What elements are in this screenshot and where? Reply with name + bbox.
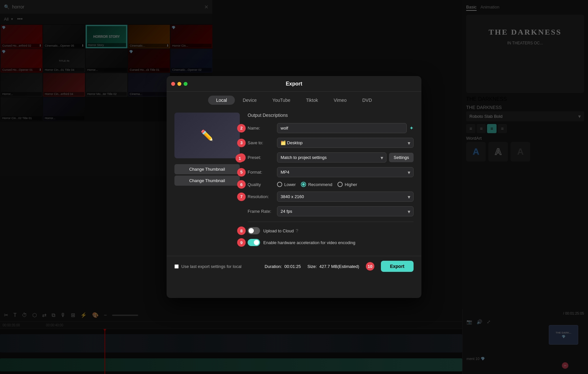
toggle-knob-on (254, 240, 259, 245)
save-to-row: 3 Save to: 🗂️ Desktop (248, 138, 414, 148)
modal-tabs: Local Device YouTube Tiktok Vimeo DVD (167, 92, 421, 107)
quality-label: Quality (248, 182, 277, 187)
output-section-title: Output Descriptions (248, 113, 414, 118)
modal-header: Export (167, 76, 421, 92)
tab-local[interactable]: Local (208, 96, 235, 105)
step-badge-9: 9 (237, 238, 246, 247)
modal-backdrop: Export Local Device YouTube Tiktok Vimeo… (0, 0, 588, 374)
duration-value: 00:01:25 (284, 264, 301, 269)
settings-button[interactable]: Settings (389, 153, 414, 162)
step-badge-3: 3 (237, 139, 246, 147)
frame-rate-label: Frame Rate: (248, 209, 277, 214)
save-to-label: Save to: (248, 140, 277, 145)
duration-label: Duration: (265, 264, 282, 269)
tab-dvd[interactable]: DVD (354, 96, 380, 105)
upload-cloud-toggle[interactable] (248, 227, 260, 234)
ai-icon[interactable]: ✦ (409, 125, 414, 131)
resolution-label: Resolution: (248, 194, 277, 199)
last-export-checkbox[interactable] (174, 264, 179, 269)
hardware-accel-label: Enable hardware acceleration for video e… (263, 240, 355, 245)
frame-rate-row: Frame Rate: 24 fps (248, 206, 414, 216)
step-badge-2: 2 (237, 124, 246, 132)
size-label: Size: (307, 264, 317, 269)
quality-higher-radio[interactable] (337, 182, 343, 187)
format-select[interactable]: MP4 (277, 167, 414, 177)
save-to-wrapper: 🗂️ Desktop (277, 138, 414, 148)
quality-recommend-radio[interactable] (301, 182, 306, 187)
frame-rate-wrapper: 24 fps (277, 206, 414, 216)
preset-row: 4 Preset: Match to project settings Sett… (248, 152, 414, 163)
resolution-wrapper: 3840 x 2160 (277, 192, 414, 202)
duration-stat: Duration: 00:01:25 (265, 264, 301, 269)
change-thumbnail-btn[interactable]: Change Thumbnail (174, 176, 240, 186)
format-label: Format: (248, 170, 277, 175)
format-wrapper: MP4 (277, 167, 414, 177)
frame-rate-select[interactable]: 24 fps (277, 206, 414, 216)
export-button[interactable]: Export (381, 261, 414, 272)
preset-wrapper: Match to project settings (277, 152, 386, 163)
change-thumbnail-button[interactable]: Change Thumbnail (174, 164, 240, 174)
upload-cloud-label: Upload to Cloud (263, 228, 294, 233)
step-badge-5: 5 (237, 168, 246, 177)
tab-device[interactable]: Device (235, 96, 265, 105)
last-export-label[interactable]: Use last export settings for local (181, 264, 241, 269)
quality-recommend-label: Recommend (308, 182, 332, 187)
name-row: 2 Name: ✦ (248, 123, 414, 133)
divider (248, 222, 414, 222)
tab-vimeo[interactable]: Vimeo (326, 96, 354, 105)
quality-row: 6 Quality Lower Recommend H (248, 182, 414, 187)
resolution-row: 7 Resolution: 3840 x 2160 (248, 192, 414, 202)
upload-cloud-row: 8 Upload to Cloud ? (248, 227, 414, 234)
minimize-window-button[interactable] (177, 82, 181, 86)
quality-higher-option[interactable]: Higher (337, 182, 357, 187)
step-badge-6: 6 (237, 180, 246, 189)
modal-body: ✏️ 1 Change Thumbnail Change Thumbnail O… (167, 107, 421, 256)
quality-recommend-option[interactable]: Recommend (301, 182, 332, 187)
quality-options: Lower Recommend Higher (277, 182, 414, 187)
last-export-checkbox-area: Use last export settings for local (174, 264, 241, 269)
modal-title: Export (286, 81, 302, 87)
maximize-window-button[interactable] (184, 82, 188, 86)
output-section: Output Descriptions 2 Name: ✦ 3 Save to:… (248, 113, 414, 251)
name-input[interactable] (277, 123, 407, 133)
help-icon[interactable]: ? (296, 228, 298, 233)
thumbnail-preview: ✏️ 1 (174, 113, 240, 158)
resolution-select[interactable]: 3840 x 2160 (277, 192, 414, 202)
quality-lower-option[interactable]: Lower (277, 182, 296, 187)
traffic-lights (171, 82, 188, 86)
quality-higher-label: Higher (345, 182, 357, 187)
step-badge-7: 7 (237, 193, 246, 201)
hardware-accel-toggle[interactable] (248, 239, 260, 246)
export-modal: Export Local Device YouTube Tiktok Vimeo… (167, 76, 421, 298)
preset-select[interactable]: Match to project settings (277, 152, 386, 163)
name-label: Name: (248, 126, 277, 131)
close-window-button[interactable] (171, 82, 175, 86)
quality-lower-radio[interactable] (277, 182, 282, 187)
modal-footer: Use last export settings for local Durat… (167, 256, 421, 276)
save-to-select[interactable]: 🗂️ Desktop (277, 138, 414, 148)
size-value: 427.7 MB(Estimated) (319, 264, 359, 269)
hardware-accel-row: 9 Enable hardware acceleration for video… (248, 239, 414, 246)
format-row: 5 Format: MP4 (248, 167, 414, 177)
edit-icon: ✏️ (201, 129, 214, 142)
tab-youtube[interactable]: YouTube (265, 96, 298, 105)
step-badge-10: 10 (366, 262, 374, 271)
size-stat: Size: 427.7 MB(Estimated) (307, 264, 359, 269)
thumbnail-section: ✏️ 1 Change Thumbnail Change Thumbnail (174, 113, 240, 251)
step-badge-1: 1 (236, 154, 244, 163)
toggle-knob (249, 228, 254, 233)
tab-tiktok[interactable]: Tiktok (298, 96, 326, 105)
quality-lower-label: Lower (284, 182, 296, 187)
preset-label: Preset: (248, 155, 277, 160)
step-badge-8: 8 (237, 226, 246, 235)
footer-info: Duration: 00:01:25 Size: 427.7 MB(Estima… (265, 261, 414, 272)
